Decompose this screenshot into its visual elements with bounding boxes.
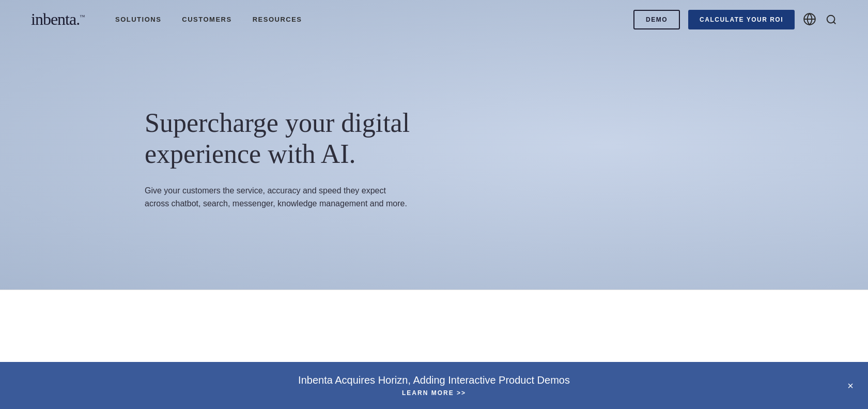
hero-section: Supercharge your digital experience with… [0, 0, 868, 290]
notification-learn-more-link[interactable]: LEARN MORE >> [298, 389, 570, 397]
logo-tm: ™ [80, 14, 84, 20]
demo-button[interactable]: DEMO [633, 10, 680, 29]
logo[interactable]: inbenta.™ [31, 10, 84, 29]
notification-close-button[interactable]: × [847, 381, 854, 391]
hero-content: Supercharge your digital experience with… [0, 66, 424, 262]
nav-item-resources[interactable]: RESOURCES [253, 16, 302, 23]
calculate-roi-button[interactable]: CALCULATE YOUR ROI [688, 10, 795, 29]
notification-title: Inbenta Acquires Horizn, Adding Interact… [298, 374, 570, 386]
logo-text: inbenta.™ [31, 10, 84, 29]
search-icon[interactable] [826, 14, 837, 25]
main-nav: SOLUTIONS CUSTOMERS RESOURCES [115, 16, 633, 23]
header: inbenta.™ SOLUTIONS CUSTOMERS RESOURCES … [0, 0, 868, 39]
nav-item-solutions[interactable]: SOLUTIONS [115, 16, 161, 23]
nav-item-customers[interactable]: CUSTOMERS [182, 16, 231, 23]
globe-icon[interactable] [803, 12, 817, 27]
white-section [0, 290, 868, 349]
notification-content: Inbenta Acquires Horizn, Adding Interact… [298, 374, 570, 397]
logo-wordmark: inbenta. [31, 10, 80, 28]
hero-subtitle: Give your customers the service, accurac… [145, 184, 408, 210]
notification-bar: Inbenta Acquires Horizn, Adding Interact… [0, 362, 868, 409]
hero-title: Supercharge your digital experience with… [145, 108, 424, 170]
svg-line-3 [833, 22, 835, 24]
nav-right: DEMO CALCULATE YOUR ROI [633, 10, 837, 29]
svg-point-2 [827, 15, 835, 23]
